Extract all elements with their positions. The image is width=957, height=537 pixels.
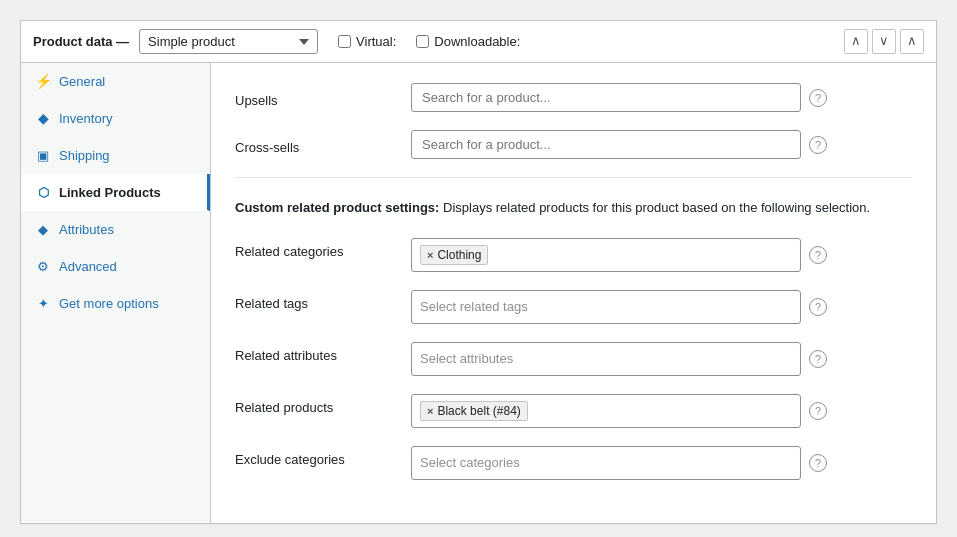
related-attributes-row: Related attributes Select attributes ? bbox=[235, 342, 912, 376]
related-tags-help-icon[interactable]: ? bbox=[809, 298, 827, 316]
custom-section-bold: Custom related product settings: bbox=[235, 200, 439, 215]
linked-products-icon: ⬡ bbox=[35, 184, 51, 200]
scroll-down-button[interactable]: ∨ bbox=[872, 29, 896, 53]
virtual-checkbox[interactable] bbox=[338, 35, 351, 48]
general-icon: ⚡ bbox=[35, 73, 51, 89]
exclude-categories-field: Select categories ? bbox=[411, 446, 912, 480]
get-more-options-icon: ✦ bbox=[35, 295, 51, 311]
advanced-icon: ⚙ bbox=[35, 258, 51, 274]
scroll-up-button[interactable]: ∧ bbox=[844, 29, 868, 53]
exclude-categories-input[interactable]: Select categories bbox=[411, 446, 801, 480]
attributes-icon: ◆ bbox=[35, 221, 51, 237]
sidebar-item-attributes[interactable]: ◆ Attributes bbox=[21, 211, 210, 248]
cross-sells-row: Cross-sells ? bbox=[235, 130, 912, 159]
header-actions: ∧ ∨ ∧ bbox=[844, 29, 924, 53]
sidebar-item-linked-products[interactable]: ⬡ Linked Products bbox=[21, 174, 210, 211]
clothing-tag-label: Clothing bbox=[437, 248, 481, 262]
cross-sells-field: ? bbox=[411, 130, 912, 159]
downloadable-checkbox[interactable] bbox=[416, 35, 429, 48]
related-tags-label: Related tags bbox=[235, 290, 395, 311]
related-attributes-placeholder: Select attributes bbox=[420, 351, 513, 366]
related-categories-row: Related categories × Clothing ? bbox=[235, 238, 912, 272]
clothing-tag-remove[interactable]: × bbox=[427, 249, 433, 261]
related-products-input[interactable]: × Black belt (#84) bbox=[411, 394, 801, 428]
shipping-icon: ▣ bbox=[35, 147, 51, 163]
upsells-input[interactable] bbox=[411, 83, 801, 112]
clothing-tag: × Clothing bbox=[420, 245, 488, 265]
collapse-button[interactable]: ∧ bbox=[900, 29, 924, 53]
sidebar-item-shipping-label: Shipping bbox=[59, 148, 110, 163]
product-type-select[interactable]: Simple product Grouped product External/… bbox=[139, 29, 318, 54]
product-data-box: Product data — Simple product Grouped pr… bbox=[20, 20, 937, 524]
sidebar-item-advanced-label: Advanced bbox=[59, 259, 117, 274]
sidebar-item-general[interactable]: ⚡ General bbox=[21, 63, 210, 100]
related-categories-label: Related categories bbox=[235, 238, 395, 259]
related-products-help-icon[interactable]: ? bbox=[809, 402, 827, 420]
related-tags-placeholder: Select related tags bbox=[420, 299, 528, 314]
sidebar-item-attributes-label: Attributes bbox=[59, 222, 114, 237]
cross-sells-label: Cross-sells bbox=[235, 134, 395, 155]
sidebar-item-get-more-options-label: Get more options bbox=[59, 296, 159, 311]
related-attributes-field: Select attributes ? bbox=[411, 342, 912, 376]
product-data-body: ⚡ General ◆ Inventory ▣ Shipping ⬡ Linke… bbox=[21, 63, 936, 523]
related-categories-help-icon[interactable]: ? bbox=[809, 246, 827, 264]
exclude-categories-placeholder: Select categories bbox=[420, 455, 520, 470]
virtual-label: Virtual: bbox=[356, 34, 396, 49]
cross-sells-input[interactable] bbox=[411, 130, 801, 159]
exclude-categories-row: Exclude categories Select categories ? bbox=[235, 446, 912, 480]
sidebar: ⚡ General ◆ Inventory ▣ Shipping ⬡ Linke… bbox=[21, 63, 211, 523]
related-tags-input[interactable]: Select related tags bbox=[411, 290, 801, 324]
inventory-icon: ◆ bbox=[35, 110, 51, 126]
related-attributes-label: Related attributes bbox=[235, 342, 395, 363]
related-tags-field: Select related tags ? bbox=[411, 290, 912, 324]
cross-sells-help-icon[interactable]: ? bbox=[809, 136, 827, 154]
sidebar-item-linked-products-label: Linked Products bbox=[59, 185, 161, 200]
related-categories-field: × Clothing ? bbox=[411, 238, 912, 272]
sidebar-item-inventory-label: Inventory bbox=[59, 111, 112, 126]
main-content: Upsells ? Cross-sells ? Custom related p… bbox=[211, 63, 936, 523]
related-products-row: Related products × Black belt (#84) ? bbox=[235, 394, 912, 428]
downloadable-checkbox-group: Downloadable: bbox=[416, 34, 520, 49]
related-attributes-input[interactable]: Select attributes bbox=[411, 342, 801, 376]
related-products-label: Related products bbox=[235, 394, 395, 415]
sidebar-item-shipping[interactable]: ▣ Shipping bbox=[21, 137, 210, 174]
section-divider bbox=[235, 177, 912, 178]
black-belt-tag: × Black belt (#84) bbox=[420, 401, 528, 421]
exclude-categories-label: Exclude categories bbox=[235, 446, 395, 467]
black-belt-tag-remove[interactable]: × bbox=[427, 405, 433, 417]
custom-section-description: Custom related product settings: Display… bbox=[235, 198, 912, 218]
related-products-field: × Black belt (#84) ? bbox=[411, 394, 912, 428]
downloadable-label: Downloadable: bbox=[434, 34, 520, 49]
exclude-categories-help-icon[interactable]: ? bbox=[809, 454, 827, 472]
black-belt-tag-label: Black belt (#84) bbox=[437, 404, 520, 418]
upsells-label: Upsells bbox=[235, 87, 395, 108]
custom-section-text: Displays related products for this produ… bbox=[443, 200, 870, 215]
sidebar-item-inventory[interactable]: ◆ Inventory bbox=[21, 100, 210, 137]
related-categories-input[interactable]: × Clothing bbox=[411, 238, 801, 272]
virtual-checkbox-group: Virtual: bbox=[338, 34, 396, 49]
product-data-label: Product data — bbox=[33, 34, 129, 49]
upsells-row: Upsells ? bbox=[235, 83, 912, 112]
product-data-header: Product data — Simple product Grouped pr… bbox=[21, 21, 936, 63]
upsells-field: ? bbox=[411, 83, 912, 112]
sidebar-item-get-more-options[interactable]: ✦ Get more options bbox=[21, 285, 210, 322]
related-tags-row: Related tags Select related tags ? bbox=[235, 290, 912, 324]
related-attributes-help-icon[interactable]: ? bbox=[809, 350, 827, 368]
upsells-help-icon[interactable]: ? bbox=[809, 89, 827, 107]
sidebar-item-general-label: General bbox=[59, 74, 105, 89]
sidebar-item-advanced[interactable]: ⚙ Advanced bbox=[21, 248, 210, 285]
